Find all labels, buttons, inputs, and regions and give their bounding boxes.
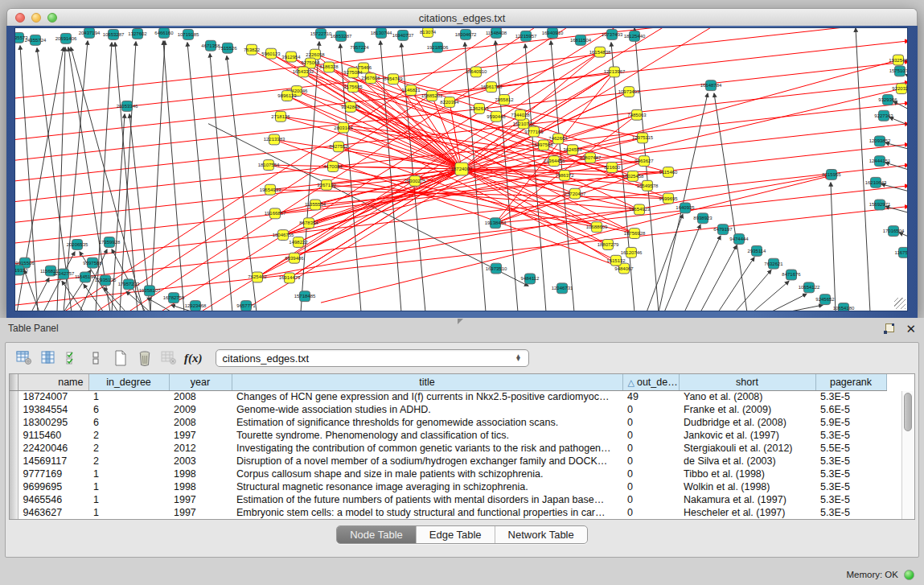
cell-year[interactable]: 2009 bbox=[169, 403, 232, 416]
table-select-dropdown[interactable]: citations_edges.txt ▲▼ bbox=[216, 349, 529, 367]
cell-pagerank[interactable]: 5.3E-5 bbox=[815, 455, 886, 468]
graph-edge[interactable] bbox=[889, 117, 908, 126]
graph-edge[interactable] bbox=[700, 245, 737, 311]
table-row[interactable]: 911546021997Tourette syndrome. Phenomeno… bbox=[10, 429, 886, 442]
cell-out_degree[interactable]: 0 bbox=[622, 429, 679, 442]
cell-short[interactable]: Tibbo et al. (1998) bbox=[679, 468, 815, 480]
show-columns-icon[interactable] bbox=[86, 348, 107, 368]
graph-edge[interactable] bbox=[257, 175, 832, 278]
canvas-resize-grip[interactable] bbox=[894, 298, 906, 309]
cell-short[interactable]: de Silva et al. (2003) bbox=[679, 455, 815, 468]
cell-short[interactable]: Nakamura et al. (1997) bbox=[679, 493, 815, 506]
float-window-icon[interactable] bbox=[884, 323, 894, 334]
table-row[interactable]: 2242004622012Investigating the contribut… bbox=[10, 442, 886, 455]
cell-in_degree[interactable]: 1 bbox=[88, 468, 169, 480]
graph-edge[interactable] bbox=[735, 270, 771, 311]
table-row[interactable]: 946362711997Embryonic stem cells: a mode… bbox=[10, 506, 886, 519]
graph-edge[interactable] bbox=[187, 43, 212, 311]
graph-edge[interactable] bbox=[684, 236, 721, 311]
graph-edge[interactable] bbox=[786, 305, 823, 311]
cell-in_degree[interactable]: 6 bbox=[88, 416, 169, 429]
table-settings-icon[interactable] bbox=[14, 348, 35, 368]
close-panel-icon[interactable]: ✕ bbox=[906, 323, 916, 335]
graph-edge[interactable] bbox=[160, 28, 626, 311]
cell-title[interactable]: Disruption of a novel member of a sodium… bbox=[232, 455, 622, 468]
window-titlebar[interactable]: citations_edges.txt bbox=[6, 8, 918, 27]
column-header-in_degree[interactable]: in_degree bbox=[88, 374, 169, 390]
cell-out_degree[interactable]: 0 bbox=[622, 442, 679, 455]
cell-in_degree[interactable]: 6 bbox=[88, 403, 169, 416]
cell-pagerank[interactable]: 5.9E-5 bbox=[815, 416, 886, 429]
graph-edge[interactable] bbox=[634, 28, 659, 311]
cell-short[interactable]: Stergiakouli et al. (2012) bbox=[679, 442, 815, 455]
cell-in_degree[interactable]: 1 bbox=[88, 493, 169, 506]
cell-title[interactable]: Estimation of the future numbers of pati… bbox=[232, 493, 622, 506]
memory-status-indicator[interactable] bbox=[904, 570, 914, 580]
cell-out_degree[interactable]: 49 bbox=[622, 390, 679, 403]
cell-pagerank[interactable]: 5.3E-5 bbox=[815, 506, 886, 519]
cell-in_degree[interactable]: 2 bbox=[88, 455, 169, 468]
graph-edge[interactable] bbox=[664, 225, 700, 311]
cell-in_degree[interactable]: 1 bbox=[88, 390, 169, 403]
cell-in_degree[interactable]: 1 bbox=[88, 480, 169, 493]
cell-pagerank[interactable]: 5.3E-5 bbox=[815, 480, 886, 493]
cell-name[interactable]: 9463627 bbox=[18, 506, 88, 519]
cell-title[interactable]: Structural magnetic resonance image aver… bbox=[232, 480, 622, 493]
tab-edge-table[interactable]: Edge Table bbox=[416, 526, 495, 543]
cell-title[interactable]: Investigating the contribution of common… bbox=[232, 442, 622, 455]
column-header-title[interactable]: title bbox=[232, 374, 622, 390]
graph-edge[interactable] bbox=[885, 142, 908, 149]
graph-edge[interactable] bbox=[15, 28, 908, 119]
table-row[interactable]: 1938455462009Genome-wide association stu… bbox=[10, 403, 886, 416]
graph-edge[interactable] bbox=[15, 165, 908, 264]
cell-short[interactable]: Yano et al. (2008) bbox=[679, 390, 815, 403]
cell-name[interactable]: 18724007 bbox=[18, 390, 88, 403]
table-scrollbar-thumb[interactable] bbox=[904, 393, 912, 431]
cell-name[interactable]: 19384554 bbox=[18, 403, 88, 416]
graph-edge[interactable] bbox=[15, 41, 908, 140]
cell-year[interactable]: 1997 bbox=[169, 506, 232, 519]
cell-title[interactable]: Tourette syndrome. Phenomenology and cla… bbox=[232, 429, 622, 442]
table-header-row[interactable]: namein_degreeyeartitle△out_de…shortpager… bbox=[10, 374, 886, 390]
cell-name[interactable]: 9699695 bbox=[18, 480, 88, 493]
table-row[interactable]: 969969511998Structural magnetic resonanc… bbox=[10, 480, 886, 493]
select-columns-icon[interactable] bbox=[38, 348, 59, 368]
cell-year[interactable]: 1998 bbox=[169, 468, 232, 480]
cell-year[interactable]: 1998 bbox=[169, 480, 232, 493]
cell-year[interactable]: 2012 bbox=[169, 442, 232, 455]
function-builder-icon[interactable]: f(x) bbox=[184, 352, 203, 365]
cell-out_degree[interactable]: 0 bbox=[622, 506, 679, 519]
cell-year[interactable]: 1997 bbox=[169, 493, 232, 506]
table-row[interactable]: 977716911998Corpus callosum shape and si… bbox=[10, 468, 886, 480]
graph-edge[interactable] bbox=[718, 257, 754, 311]
cell-year[interactable]: 2003 bbox=[169, 455, 232, 468]
graph-edge[interactable] bbox=[15, 186, 908, 285]
table-row[interactable]: 1830029562008Estimation of significance … bbox=[10, 416, 886, 429]
graph-edge[interactable] bbox=[432, 72, 614, 96]
tab-node-table[interactable]: Node Table bbox=[337, 526, 416, 543]
table-scrollbar[interactable] bbox=[901, 391, 914, 519]
cell-pagerank[interactable]: 5.3E-5 bbox=[815, 429, 886, 442]
splitter-handle[interactable] bbox=[458, 319, 463, 324]
cell-short[interactable]: Jankovic et al. (1997) bbox=[679, 429, 815, 442]
tab-network-table[interactable]: Network Table bbox=[495, 526, 587, 543]
graph-edge[interactable] bbox=[210, 54, 232, 311]
graph-edge[interactable] bbox=[770, 294, 807, 311]
cell-name[interactable]: 22420046 bbox=[18, 442, 88, 455]
cell-name[interactable]: 18300295 bbox=[18, 416, 88, 429]
cell-out_degree[interactable]: 0 bbox=[622, 468, 679, 480]
cell-short[interactable]: Dudbridge et al. (2008) bbox=[679, 416, 815, 429]
new-table-icon[interactable] bbox=[110, 348, 131, 368]
cell-short[interactable]: Franke et al. (2009) bbox=[679, 403, 815, 416]
graph-edge[interactable] bbox=[163, 41, 184, 311]
graph-edge[interactable] bbox=[906, 74, 908, 76]
graph-edge[interactable] bbox=[647, 214, 683, 311]
delete-table-icon[interactable] bbox=[134, 348, 155, 368]
cell-title[interactable]: Corpus callosum shape and size in male p… bbox=[232, 468, 622, 480]
cell-year[interactable]: 1997 bbox=[169, 429, 232, 442]
table-row[interactable]: 1456911722003Disruption of a novel membe… bbox=[10, 455, 886, 468]
column-header-out_degree[interactable]: △out_de… bbox=[622, 374, 679, 390]
select-all-rows-icon[interactable] bbox=[62, 348, 83, 368]
cell-pagerank[interactable]: 5.5E-5 bbox=[815, 442, 886, 455]
cell-title[interactable]: Estimation of significance thresholds fo… bbox=[232, 416, 622, 429]
